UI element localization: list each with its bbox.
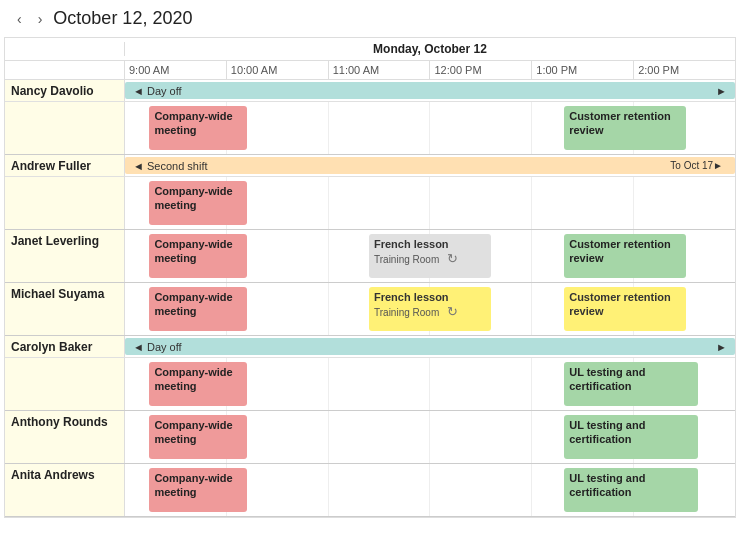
- time-row: 9:00 AM10:00 AM11:00 AM12:00 PM1:00 PM2:…: [5, 61, 735, 80]
- allday-row: Carolyn Baker◄ Day off►: [5, 336, 735, 358]
- event-block[interactable]: Company-wide meeting: [149, 362, 247, 406]
- person-name: Andrew Fuller: [11, 159, 91, 173]
- events-label-cell: [5, 102, 125, 154]
- arrow-left-icon: ◄: [133, 85, 144, 97]
- time-slot: 10:00 AM: [227, 61, 329, 79]
- allday-row: Nancy Davolio◄ Day off►: [5, 80, 735, 102]
- time-slot: 1:00 PM: [532, 61, 634, 79]
- event-block[interactable]: Company-wide meeting: [149, 106, 247, 150]
- person-section: Nancy Davolio◄ Day off►Company-wide meet…: [5, 80, 735, 155]
- event-title: Company-wide meeting: [154, 290, 242, 319]
- event-title: Company-wide meeting: [154, 418, 242, 447]
- event-block[interactable]: UL testing and certification: [564, 362, 698, 406]
- events-timeline: Company-wide meetingFrench lessonTrainin…: [125, 230, 735, 282]
- to-label: To Oct 17►: [670, 160, 723, 171]
- event-block[interactable]: UL testing and certification: [564, 468, 698, 512]
- event-block[interactable]: French lessonTraining Room ↻: [369, 287, 491, 331]
- event-block[interactable]: Company-wide meeting: [149, 415, 247, 459]
- events-timeline: Company-wide meetingFrench lessonTrainin…: [125, 283, 735, 335]
- event-title: Customer retention review: [569, 237, 681, 266]
- events-row: Janet LeverlingCompany-wide meetingFrenc…: [5, 230, 735, 282]
- time-slot: 9:00 AM: [125, 61, 227, 79]
- event-subtitle: Training Room ↻: [374, 304, 486, 321]
- event-block[interactable]: Customer retention review: [564, 234, 686, 278]
- event-block[interactable]: Customer retention review: [564, 287, 686, 331]
- events-timeline: Company-wide meetingUL testing and certi…: [125, 358, 735, 410]
- event-block[interactable]: Company-wide meeting: [149, 181, 247, 225]
- person-section: Carolyn Baker◄ Day off►Company-wide meet…: [5, 336, 735, 411]
- events-row: Company-wide meeting: [5, 177, 735, 229]
- event-title: Customer retention review: [569, 290, 681, 319]
- person-name: Carolyn Baker: [11, 340, 92, 354]
- arrow-left-icon: ◄: [133, 341, 144, 353]
- arrow-right-icon: ►: [716, 85, 727, 97]
- header-nav: ‹ › October 12, 2020: [0, 0, 740, 37]
- events-timeline: Company-wide meetingCustomer retention r…: [125, 102, 735, 154]
- allday-label: Day off: [147, 85, 182, 97]
- event-title: Company-wide meeting: [154, 471, 242, 500]
- person-section: Anthony RoundsCompany-wide meetingUL tes…: [5, 411, 735, 464]
- person-section: Michael SuyamaCompany-wide meetingFrench…: [5, 283, 735, 336]
- event-title: French lesson: [374, 290, 486, 304]
- events-row: Michael SuyamaCompany-wide meetingFrench…: [5, 283, 735, 335]
- events-label-cell: Janet Leverling: [5, 230, 125, 282]
- events-timeline: Company-wide meetingUL testing and certi…: [125, 464, 735, 516]
- arrow-right-icon: ►: [716, 341, 727, 353]
- event-title: French lesson: [374, 237, 486, 251]
- event-title: UL testing and certification: [569, 418, 693, 447]
- events-row: Anthony RoundsCompany-wide meetingUL tes…: [5, 411, 735, 463]
- event-title: Company-wide meeting: [154, 184, 242, 213]
- day-header: Monday, October 12: [5, 38, 735, 61]
- prev-button[interactable]: ‹: [12, 9, 27, 29]
- event-block[interactable]: UL testing and certification: [564, 415, 698, 459]
- events-timeline: Company-wide meeting: [125, 177, 735, 229]
- event-subtitle: Training Room ↻: [374, 251, 486, 268]
- allday-bar: ◄ Day off►: [125, 82, 735, 99]
- events-timeline: Company-wide meetingUL testing and certi…: [125, 411, 735, 463]
- header-date: October 12, 2020: [53, 8, 192, 29]
- allday-bar: ◄ Day off►: [125, 338, 735, 355]
- shift-label: Second shift: [147, 160, 208, 172]
- events-label-cell: Michael Suyama: [5, 283, 125, 335]
- event-block[interactable]: Company-wide meeting: [149, 287, 247, 331]
- events-label-cell: [5, 358, 125, 410]
- event-title: Company-wide meeting: [154, 365, 242, 394]
- allday-bar: ◄ Second shiftTo Oct 17►: [125, 157, 735, 174]
- event-block[interactable]: Customer retention review: [564, 106, 686, 150]
- person-section: Anita AndrewsCompany-wide meetingUL test…: [5, 464, 735, 517]
- recur-icon: ↻: [443, 251, 458, 266]
- person-section: Janet LeverlingCompany-wide meetingFrenc…: [5, 230, 735, 283]
- events-label-cell: Anita Andrews: [5, 464, 125, 516]
- events-label-cell: Anthony Rounds: [5, 411, 125, 463]
- person-section: Andrew Fuller◄ Second shiftTo Oct 17►Com…: [5, 155, 735, 230]
- persons-container: Nancy Davolio◄ Day off►Company-wide meet…: [5, 80, 735, 517]
- allday-row: Andrew Fuller◄ Second shiftTo Oct 17►: [5, 155, 735, 177]
- calendar-wrapper: Monday, October 12 9:00 AM10:00 AM11:00 …: [4, 37, 736, 518]
- person-name: Michael Suyama: [5, 283, 124, 305]
- events-row: Company-wide meetingCustomer retention r…: [5, 102, 735, 154]
- event-title: UL testing and certification: [569, 471, 693, 500]
- events-label-cell: [5, 177, 125, 229]
- event-block[interactable]: French lessonTraining Room ↻: [369, 234, 491, 278]
- recur-icon: ↻: [443, 304, 458, 319]
- person-name: Janet Leverling: [5, 230, 124, 252]
- events-row: Company-wide meetingUL testing and certi…: [5, 358, 735, 410]
- time-slot: 2:00 PM: [634, 61, 735, 79]
- event-title: Company-wide meeting: [154, 237, 242, 266]
- time-slot: 11:00 AM: [329, 61, 431, 79]
- event-title: UL testing and certification: [569, 365, 693, 394]
- person-name: Anita Andrews: [5, 464, 124, 486]
- events-row: Anita AndrewsCompany-wide meetingUL test…: [5, 464, 735, 516]
- event-block[interactable]: Company-wide meeting: [149, 234, 247, 278]
- allday-label: Day off: [147, 341, 182, 353]
- event-title: Customer retention review: [569, 109, 681, 138]
- event-block[interactable]: Company-wide meeting: [149, 468, 247, 512]
- next-button[interactable]: ›: [33, 9, 48, 29]
- event-title: Company-wide meeting: [154, 109, 242, 138]
- time-slot: 12:00 PM: [430, 61, 532, 79]
- arrow-left-icon: ◄: [133, 160, 144, 172]
- person-name: Anthony Rounds: [5, 411, 124, 433]
- person-name: Nancy Davolio: [11, 84, 94, 98]
